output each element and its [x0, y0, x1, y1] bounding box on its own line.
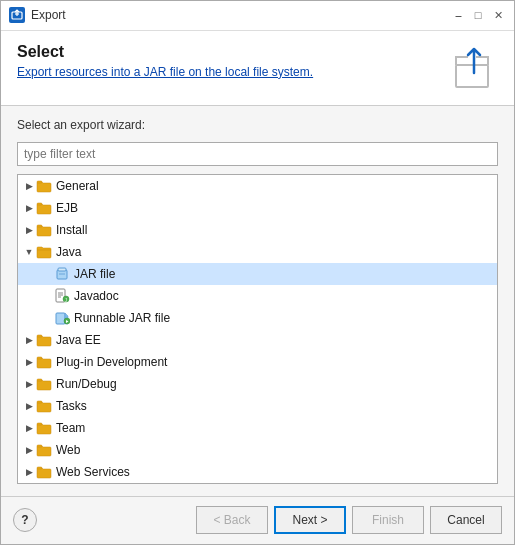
tree-arrow-tasks: ▶	[22, 399, 36, 413]
tree-item-web-services[interactable]: ▶Web Services	[18, 461, 497, 483]
export-upload-icon	[450, 43, 498, 91]
tree-item-label-install: Install	[56, 223, 87, 237]
svg-rect-1	[456, 65, 488, 87]
tree-item-team[interactable]: ▶Team	[18, 417, 497, 439]
tree-item-jar-file[interactable]: JAR file	[18, 263, 497, 285]
tree-item-label-plugin-dev: Plug-in Development	[56, 355, 167, 369]
tree-item-label-jar-file: JAR file	[74, 267, 115, 281]
folder-icon	[36, 178, 52, 194]
tree-item-label-general: General	[56, 179, 99, 193]
maximize-button[interactable]: □	[470, 7, 486, 23]
close-button[interactable]: ✕	[490, 7, 506, 23]
folder-icon	[36, 332, 52, 348]
tree-item-run-debug[interactable]: ▶Run/Debug	[18, 373, 497, 395]
tree-item-label-tasks: Tasks	[56, 399, 87, 413]
svg-rect-14	[56, 313, 65, 324]
tree-arrow-run-debug: ▶	[22, 377, 36, 391]
tree-arrow-install: ▶	[22, 223, 36, 237]
tree-item-label-team: Team	[56, 421, 85, 435]
tree-item-javadoc[interactable]: JJavadoc	[18, 285, 497, 307]
svg-rect-17	[37, 335, 42, 337]
jar-icon	[54, 266, 70, 282]
tree-item-java[interactable]: ▼Java	[18, 241, 497, 263]
window-title: Export	[31, 8, 66, 22]
tree-arrow-plugin-dev: ▶	[22, 355, 36, 369]
tree-arrow-ejb: ▶	[22, 201, 36, 215]
tree-item-ejb[interactable]: ▶EJB	[18, 197, 497, 219]
folder-icon	[36, 442, 52, 458]
back-button[interactable]: < Back	[196, 506, 268, 534]
tree-item-label-javadoc: Javadoc	[74, 289, 119, 303]
tree-item-label-run-debug: Run/Debug	[56, 377, 117, 391]
tree-item-install[interactable]: ▶Install	[18, 219, 497, 241]
svg-rect-7	[58, 268, 66, 271]
minimize-button[interactable]: ‒	[450, 7, 466, 23]
tree-item-label-runnable-jar: Runnable JAR file	[74, 311, 170, 325]
header-text: Select Export resources into a JAR file …	[17, 43, 313, 79]
header-section: Select Export resources into a JAR file …	[1, 31, 514, 106]
tree-item-web[interactable]: ▶Web	[18, 439, 497, 461]
folder-icon	[36, 398, 52, 414]
next-button[interactable]: Next >	[274, 506, 346, 534]
tree-arrow-team: ▶	[22, 421, 36, 435]
folder-icon	[36, 464, 52, 480]
folder-icon	[36, 376, 52, 392]
tree-item-label-java: Java	[56, 245, 81, 259]
wizard-label: Select an export wizard:	[17, 118, 498, 132]
tree-arrow-java-ee: ▶	[22, 333, 36, 347]
tree-container: ▶General▶EJB▶Install▼JavaJAR fileJJavado…	[17, 174, 498, 484]
page-description: Export resources into a JAR file on the …	[17, 65, 313, 79]
tree-item-plugin-dev[interactable]: ▶Plug-in Development	[18, 351, 497, 373]
tree-arrow-web-services: ▶	[22, 465, 36, 479]
export-dialog: Export ‒ □ ✕ Select Export resources int…	[0, 0, 515, 545]
svg-rect-19	[37, 379, 42, 381]
page-heading: Select	[17, 43, 313, 61]
tree-item-label-web: Web	[56, 443, 80, 457]
header-icon	[450, 43, 498, 91]
title-controls: ‒ □ ✕	[450, 7, 506, 23]
footer: ? < Back Next > Finish Cancel	[1, 496, 514, 544]
svg-rect-5	[37, 225, 42, 227]
svg-rect-21	[37, 423, 42, 425]
tree-arrow-java: ▼	[22, 245, 36, 259]
folder-open-icon	[36, 244, 52, 260]
window-icon	[9, 7, 25, 23]
svg-rect-23	[37, 467, 42, 469]
tree-item-general[interactable]: ▶General	[18, 175, 497, 197]
javadoc-icon: J	[54, 288, 70, 304]
svg-rect-20	[37, 401, 42, 403]
title-bar-left: Export	[9, 7, 66, 23]
tree-arrow-general: ▶	[22, 179, 36, 193]
tree-item-tasks[interactable]: ▶Tasks	[18, 395, 497, 417]
help-button[interactable]: ?	[13, 508, 37, 532]
runnable-jar-icon	[54, 310, 70, 326]
svg-rect-3	[37, 181, 42, 183]
tree-item-label-ejb: EJB	[56, 201, 78, 215]
tree-item-label-web-services: Web Services	[56, 465, 130, 479]
folder-icon	[36, 354, 52, 370]
tree-item-java-ee[interactable]: ▶Java EE	[18, 329, 497, 351]
tree-scroll[interactable]: ▶General▶EJB▶Install▼JavaJAR fileJJavado…	[18, 175, 497, 483]
folder-icon	[36, 420, 52, 436]
content-area: Select an export wizard: ▶General▶EJB▶In…	[1, 106, 514, 496]
svg-rect-18	[37, 357, 42, 359]
tree-arrow-web: ▶	[22, 443, 36, 457]
finish-button[interactable]: Finish	[352, 506, 424, 534]
cancel-button[interactable]: Cancel	[430, 506, 502, 534]
svg-rect-22	[37, 445, 42, 447]
tree-item-runnable-jar[interactable]: Runnable JAR file	[18, 307, 497, 329]
folder-icon	[36, 200, 52, 216]
tree-item-label-java-ee: Java EE	[56, 333, 101, 347]
filter-input[interactable]	[17, 142, 498, 166]
svg-rect-4	[37, 203, 42, 205]
folder-icon	[36, 222, 52, 238]
title-bar: Export ‒ □ ✕	[1, 1, 514, 31]
